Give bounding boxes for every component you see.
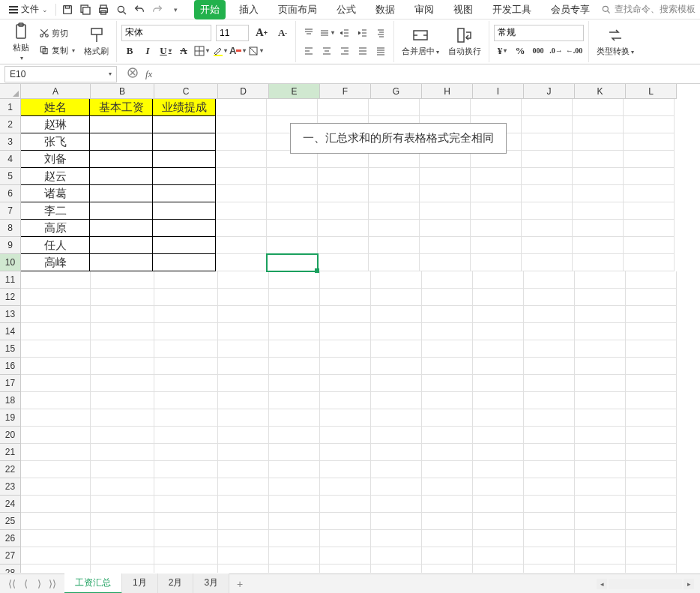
cell[interactable] xyxy=(267,99,318,116)
cell[interactable] xyxy=(89,202,153,220)
cell[interactable] xyxy=(371,289,422,306)
cell[interactable] xyxy=(422,427,473,444)
cell[interactable] xyxy=(524,323,575,340)
decrease-font-button[interactable]: A- xyxy=(274,25,291,41)
cell[interactable] xyxy=(320,547,371,565)
cell[interactable] xyxy=(575,427,626,444)
cell[interactable] xyxy=(371,547,422,565)
cell[interactable] xyxy=(91,323,154,340)
cell[interactable] xyxy=(89,236,153,254)
row-header[interactable]: 16 xyxy=(0,358,21,375)
cell[interactable] xyxy=(624,99,675,116)
cell[interactable] xyxy=(320,323,371,340)
cell[interactable] xyxy=(371,358,422,375)
paste-button[interactable]: 粘贴▾ xyxy=(9,21,33,63)
cell[interactable] xyxy=(218,530,269,547)
cell[interactable] xyxy=(218,513,269,530)
cell[interactable] xyxy=(21,306,91,323)
cell[interactable] xyxy=(320,427,371,444)
underline-button[interactable]: U▾ xyxy=(157,43,174,59)
increase-indent-button[interactable] xyxy=(354,25,371,41)
cell[interactable] xyxy=(420,202,471,220)
ribbon-tab-1[interactable]: 插入 xyxy=(233,0,265,19)
cell[interactable] xyxy=(218,323,269,340)
cell[interactable] xyxy=(216,254,267,271)
qat-more-icon[interactable]: ▾ xyxy=(167,1,184,18)
cell[interactable] xyxy=(152,133,216,151)
cell[interactable] xyxy=(269,340,320,358)
ribbon-tab-2[interactable]: 页面布局 xyxy=(272,0,323,19)
percent-button[interactable]: % xyxy=(512,43,528,59)
cell[interactable] xyxy=(89,219,153,237)
cell[interactable] xyxy=(522,133,573,151)
cell[interactable] xyxy=(524,496,575,513)
cell[interactable] xyxy=(626,461,677,478)
cell[interactable] xyxy=(575,478,626,496)
cell[interactable] xyxy=(267,168,318,185)
cell[interactable] xyxy=(320,530,371,547)
column-header[interactable]: J xyxy=(524,84,575,99)
cell[interactable] xyxy=(91,461,154,478)
cell[interactable] xyxy=(473,530,524,547)
cell[interactable] xyxy=(21,409,91,427)
row-header[interactable]: 2 xyxy=(0,116,21,133)
cell[interactable] xyxy=(216,99,267,116)
cell[interactable] xyxy=(218,565,269,573)
row-header[interactable]: 25 xyxy=(0,513,21,530)
cell[interactable] xyxy=(422,496,473,513)
cell[interactable] xyxy=(269,289,320,306)
cell[interactable] xyxy=(21,375,91,392)
cell[interactable] xyxy=(422,289,473,306)
cell[interactable] xyxy=(320,461,371,478)
cell[interactable] xyxy=(91,358,154,375)
cell[interactable] xyxy=(626,340,677,358)
cell[interactable] xyxy=(21,340,91,358)
cell[interactable] xyxy=(318,168,369,185)
cell[interactable] xyxy=(152,236,216,254)
cell[interactable] xyxy=(320,289,371,306)
cell[interactable] xyxy=(575,530,626,547)
cell[interactable] xyxy=(218,444,269,461)
cell[interactable] xyxy=(320,375,371,392)
cell[interactable] xyxy=(21,496,91,513)
cell[interactable] xyxy=(216,133,267,151)
row-header[interactable]: 27 xyxy=(0,547,21,565)
cell[interactable] xyxy=(21,530,91,547)
strikethrough-button[interactable]: A xyxy=(175,43,192,59)
cell[interactable] xyxy=(216,202,267,220)
cell[interactable] xyxy=(218,306,269,323)
cell[interactable] xyxy=(473,478,524,496)
cell[interactable] xyxy=(473,461,524,478)
cell[interactable] xyxy=(318,237,369,254)
cell[interactable]: 诸葛 xyxy=(20,184,90,202)
cell[interactable] xyxy=(626,409,677,427)
cell[interactable] xyxy=(154,478,218,496)
ribbon-tab-8[interactable]: 会员专享 xyxy=(545,0,596,19)
cell[interactable] xyxy=(369,168,420,185)
cell[interactable] xyxy=(154,547,218,565)
cell[interactable] xyxy=(471,99,522,116)
cell[interactable] xyxy=(422,340,473,358)
cell[interactable] xyxy=(473,340,524,358)
cell[interactable] xyxy=(422,565,473,573)
cell[interactable] xyxy=(522,185,573,202)
cell[interactable] xyxy=(524,547,575,565)
cell[interactable] xyxy=(371,323,422,340)
clear-format-button[interactable]: ▾ xyxy=(247,43,264,59)
align-top-button[interactable] xyxy=(301,25,317,41)
cell[interactable] xyxy=(575,461,626,478)
cell[interactable] xyxy=(267,237,318,254)
cell[interactable] xyxy=(420,168,471,185)
sheet-first-icon[interactable]: ⟨⟨ xyxy=(6,578,18,589)
align-right-button[interactable] xyxy=(337,43,353,59)
cell[interactable] xyxy=(524,530,575,547)
cell[interactable] xyxy=(422,478,473,496)
copy-button[interactable]: 复制▾ xyxy=(37,43,76,58)
cell[interactable] xyxy=(422,547,473,565)
cell[interactable] xyxy=(371,478,422,496)
cell[interactable] xyxy=(624,133,675,151)
row-header[interactable]: 9 xyxy=(0,237,21,254)
cell[interactable] xyxy=(91,513,154,530)
cell[interactable]: 李二 xyxy=(20,202,90,220)
cell[interactable] xyxy=(626,565,677,573)
